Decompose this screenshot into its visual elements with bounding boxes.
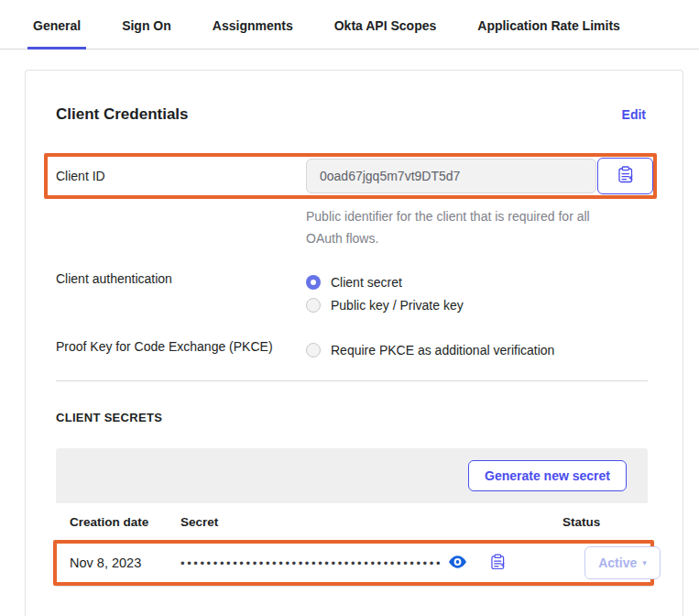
option-public-private-key[interactable]: Public key / Private key [306, 294, 464, 315]
client-secrets-heading: CLIENT SECRETS [56, 411, 646, 424]
column-header-secret: Secret [180, 515, 562, 529]
checkbox-unchecked-icon[interactable] [306, 343, 321, 358]
secret-row-bottom-border [56, 586, 651, 587]
secrets-table-header: Creation date Secret Status [56, 503, 648, 540]
section-divider [56, 380, 648, 381]
secret-status-cell: Active ▾ [562, 546, 661, 579]
client-id-label: Client ID [56, 169, 306, 183]
client-id-row-highlight: Client ID [44, 153, 657, 199]
radio-selected-icon[interactable] [306, 275, 321, 290]
status-dropdown-button[interactable]: Active ▾ [584, 546, 661, 579]
client-authentication-label: Client authentication [56, 271, 306, 286]
copy-secret-button[interactable] [491, 554, 505, 573]
general-settings-card: Client Credentials Edit Client ID Public… [25, 70, 683, 616]
secret-table-row-highlight: Nov 8, 2023 ••••••••••••••••••••••••••••… [53, 540, 654, 586]
status-label: Active [598, 556, 637, 570]
generate-new-secret-button[interactable]: Generate new secret [468, 460, 627, 491]
column-header-creation-date: Creation date [70, 515, 180, 529]
client-authentication-options: Client secret Public key / Private key [306, 271, 464, 315]
tab-general[interactable]: General [27, 13, 86, 50]
tab-okta-api-scopes[interactable]: Okta API Scopes [329, 13, 442, 50]
client-id-input[interactable] [306, 159, 596, 193]
client-authentication-row: Client authentication Client secret Publ… [56, 271, 646, 315]
tab-application-rate-limits[interactable]: Application Rate Limits [472, 13, 626, 50]
chevron-down-icon: ▾ [642, 558, 647, 567]
clipboard-copy-icon [491, 554, 505, 573]
pkce-row: Proof Key for Code Exchange (PKCE) Requi… [56, 339, 646, 360]
eye-icon [449, 556, 466, 571]
pkce-label: Proof Key for Code Exchange (PKCE) [56, 339, 306, 354]
option-public-private-key-label: Public key / Private key [331, 298, 464, 313]
option-require-pkce[interactable]: Require PKCE as additional verification [306, 339, 554, 360]
option-require-pkce-label: Require PKCE as additional verification [331, 343, 554, 358]
secret-creation-date: Nov 8, 2023 [70, 556, 180, 570]
option-client-secret-label: Client secret [331, 275, 402, 290]
tab-sign-on[interactable]: Sign On [116, 13, 177, 50]
client-credentials-title: Client Credentials [56, 105, 189, 124]
clipboard-copy-icon [618, 166, 633, 186]
secret-value-cell: •••••••••••••••••••••••••••••••••••••••• [180, 554, 562, 573]
tab-assignments[interactable]: Assignments [207, 13, 299, 50]
client-id-help-text: Public identifier for the client that is… [306, 205, 622, 249]
client-credentials-header: Client Credentials Edit [56, 105, 646, 124]
app-tabs: General Sign On Assignments Okta API Sco… [0, 0, 699, 50]
reveal-secret-button[interactable] [449, 556, 466, 571]
client-secrets-toolbar: Generate new secret [56, 448, 648, 503]
option-client-secret[interactable]: Client secret [306, 271, 464, 292]
client-id-copy-button[interactable] [597, 158, 653, 194]
radio-unselected-icon[interactable] [306, 298, 321, 313]
masked-secret-value: •••••••••••••••••••••••••••••••••••••••• [180, 556, 442, 570]
edit-link[interactable]: Edit [622, 107, 646, 122]
column-header-status: Status [562, 515, 634, 529]
